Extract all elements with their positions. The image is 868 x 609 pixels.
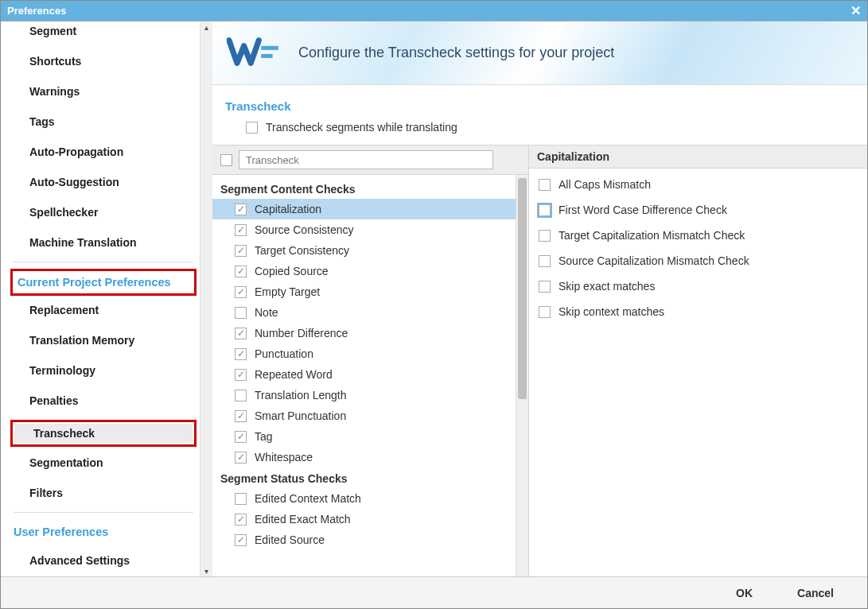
scroll-down-icon[interactable]: ▾ [200,565,212,576]
option-row: First Word Case Difference Check [529,197,867,223]
sidebar-item-segment[interactable]: Segment [10,25,200,42]
checks-search-input[interactable] [239,150,493,169]
check-label: Translation Length [255,389,346,401]
check-checkbox[interactable] [235,245,247,257]
sidebar-item-terminology[interactable]: Terminology [10,359,200,382]
sidebar-item-auto-suggestion[interactable]: Auto-Suggestion [10,171,200,193]
check-label: Edited Context Match [255,492,361,505]
check-label: Source Consistency [255,223,354,236]
sidebar-item-shortcuts[interactable]: Shortcuts [10,50,200,72]
right-panel-title: Capitalization [537,150,609,163]
check-row[interactable]: Copied Source [212,261,516,281]
check-row[interactable]: Tag [212,426,516,447]
sidebar-separator [14,262,193,262]
sidebar-item-translation-memory[interactable]: Translation Memory [10,329,200,351]
checks-left-header [212,145,528,175]
transcheck-while-translating-checkbox[interactable] [246,122,258,134]
check-row[interactable]: Translation Length [212,385,516,405]
check-row[interactable]: Repeated Word [212,364,516,385]
ok-button[interactable]: OK [722,580,767,606]
option-checkbox[interactable] [539,281,551,293]
window-title: Preferences [7,5,66,17]
check-row[interactable]: Source Consistency [212,219,516,240]
option-label: Source Capitalization Mismatch Check [559,254,749,267]
check-row[interactable]: Empty Target [212,281,516,302]
check-label: Edited Source [255,533,325,546]
option-label: All Caps Mismatch [559,178,651,191]
sidebar-header-user: User Preferences [10,519,200,545]
check-row[interactable]: Smart Punctuation [212,405,516,426]
option-checkbox[interactable] [539,204,551,216]
check-label: Tag [255,430,273,443]
option-row: Target Capitalization Mismatch Check [529,223,867,248]
check-row[interactable]: Number Difference [212,323,516,343]
check-checkbox[interactable] [235,369,247,381]
option-label: First Word Case Difference Check [559,204,727,216]
highlight-transcheck-item: Transcheck [10,420,197,447]
sidebar-separator-2 [14,512,193,513]
check-label: Whitespace [255,451,313,464]
check-checkbox[interactable] [235,514,247,526]
sidebar-item-transcheck[interactable]: Transcheck [14,424,193,443]
check-row[interactable]: Whitespace [212,447,516,467]
sidebar-item-filters[interactable]: Filters [10,482,200,504]
option-row: Skip exact matches [529,273,867,299]
transcheck-while-translating-label: Transcheck segments while translating [266,121,457,134]
sidebar-scrollbar[interactable]: ▴ ▾ [200,21,212,576]
check-checkbox[interactable] [235,224,247,236]
option-checkbox[interactable] [539,179,551,191]
option-checkbox[interactable] [539,230,551,242]
sidebar-item-segmentation[interactable]: Segmentation [10,452,200,474]
option-label: Target Capitalization Mismatch Check [559,229,745,242]
checks-left-column: Segment Content ChecksCapitalizationSour… [212,145,529,576]
sidebar-item-machine-translation[interactable]: Machine Translation [10,231,200,254]
sidebar-item-auto-propagation[interactable]: Auto-Propagation [10,141,200,163]
option-checkbox[interactable] [539,255,551,267]
check-row[interactable]: Edited Source [212,529,516,550]
check-label: Number Difference [255,327,348,339]
option-row: Source Capitalization Mismatch Check [529,248,867,273]
cancel-button[interactable]: Cancel [783,580,848,606]
check-checkbox[interactable] [235,452,247,464]
check-label: Capitalization [255,203,321,215]
button-bar: OK Cancel [1,576,867,608]
option-label: Skip exact matches [559,280,655,293]
scroll-up-icon[interactable]: ▴ [200,21,212,33]
check-checkbox[interactable] [235,286,247,298]
checks-right-column: Capitalization All Caps MismatchFirst Wo… [529,145,867,576]
check-row[interactable]: Target Consistency [212,240,516,261]
checks-list-scroll-thumb[interactable] [518,178,527,399]
check-checkbox[interactable] [235,431,247,443]
check-row[interactable]: Note [212,302,516,323]
sidebar-item-spellchecker[interactable]: Spellchecker [10,201,200,223]
check-row[interactable]: Edited Exact Match [212,509,516,529]
check-row[interactable]: Capitalization [212,199,516,219]
checks-area: Segment Content ChecksCapitalizationSour… [212,145,867,576]
check-label: Empty Target [255,285,320,298]
sidebar-item-replacement[interactable]: Replacement [10,299,200,321]
close-icon[interactable]: ✕ [850,3,861,18]
option-checkbox[interactable] [539,306,551,318]
check-checkbox[interactable] [235,266,247,277]
check-checkbox[interactable] [235,307,247,319]
sidebar-item-warnings[interactable]: Warnings [10,80,200,103]
option-row: Skip context matches [529,299,867,324]
sidebar-item-advanced-settings[interactable]: Advanced Settings [10,549,200,572]
option-row: All Caps Mismatch [529,172,867,197]
sidebar-item-penalties[interactable]: Penalties [10,390,200,412]
options-list: All Caps MismatchFirst Word Case Differe… [529,169,867,576]
banner: Configure the Transcheck settings for yo… [212,21,867,85]
check-checkbox[interactable] [235,410,247,422]
checks-list: Segment Content ChecksCapitalizationSour… [212,175,516,576]
check-checkbox[interactable] [235,534,247,546]
checks-list-scrollbar[interactable] [516,175,528,576]
select-all-checkbox[interactable] [220,154,232,166]
check-checkbox[interactable] [235,493,247,505]
check-checkbox[interactable] [235,390,247,401]
check-checkbox[interactable] [235,204,247,215]
check-row[interactable]: Punctuation [212,343,516,364]
sidebar-item-tags[interactable]: Tags [10,111,200,133]
check-row[interactable]: Edited Context Match [212,488,516,509]
check-checkbox[interactable] [235,328,247,339]
check-checkbox[interactable] [235,348,247,360]
